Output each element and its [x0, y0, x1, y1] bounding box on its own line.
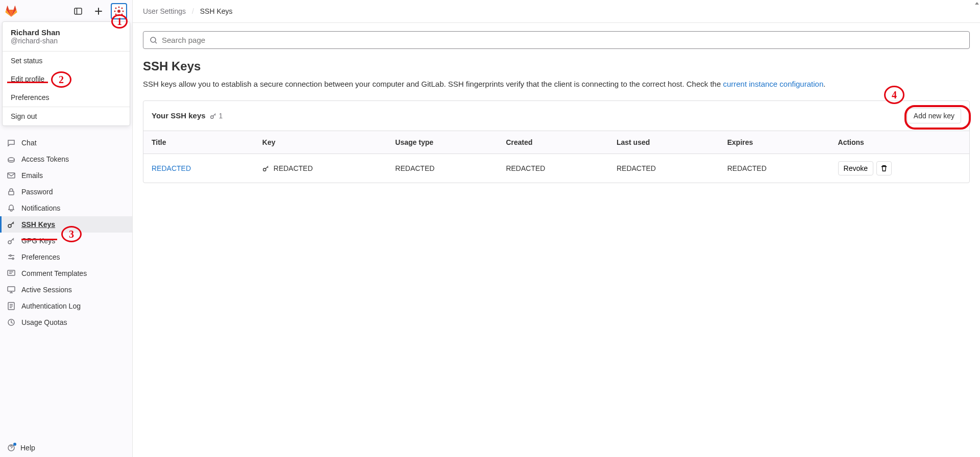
svg-point-11 — [122, 11, 124, 12]
svg-point-18 — [12, 258, 14, 260]
user-avatar-button[interactable] — [111, 3, 127, 19]
page-description: SSH keys allow you to establish a secure… — [143, 79, 970, 90]
sidebar-item-comment-templates[interactable]: Comment Templates — [0, 265, 132, 282]
sidebar-item-password[interactable]: Password — [0, 184, 132, 200]
key-title-link[interactable]: REDACTED — [152, 164, 191, 172]
svg-point-5 — [121, 8, 123, 9]
delete-button[interactable] — [876, 161, 892, 175]
created-value: REDACTED — [498, 154, 608, 183]
key-icon — [262, 165, 270, 172]
trash-icon — [880, 165, 888, 172]
svg-rect-13 — [8, 173, 15, 178]
dropdown-set-status[interactable]: Set status — [3, 52, 130, 70]
col-title: Title — [143, 131, 254, 154]
breadcrumb: User Settings / SSH Keys — [133, 0, 980, 23]
sidebar-item-notifications[interactable]: Notifications — [0, 200, 132, 216]
panel-header: Your SSH keys 1 Add new key — [143, 101, 969, 131]
breadcrumb-parent[interactable]: User Settings — [143, 7, 186, 15]
gitlab-logo[interactable] — [5, 5, 17, 17]
sidebar-item-usage-quotas[interactable]: Usage Quotas — [0, 314, 132, 331]
panel-count: 1 — [210, 112, 223, 120]
svg-rect-0 — [75, 8, 82, 14]
add-new-key-button[interactable]: Add new key — [907, 108, 961, 123]
help-icon — [7, 444, 15, 452]
col-last-used: Last used — [608, 131, 719, 154]
expires-value: REDACTED — [719, 154, 830, 183]
breadcrumb-separator: / — [192, 7, 194, 15]
search-input[interactable] — [162, 36, 963, 44]
search-box[interactable] — [143, 31, 970, 49]
col-created: Created — [498, 131, 608, 154]
svg-point-9 — [118, 15, 120, 16]
sidebar-item-label: Notifications — [21, 204, 60, 212]
comment-icon — [7, 269, 15, 277]
scroll-up-indicator[interactable] — [974, 0, 980, 6]
sidebar-item-label: Preferences — [21, 253, 60, 261]
quota-icon — [7, 318, 15, 326]
svg-rect-19 — [8, 270, 15, 275]
sliders-icon — [7, 253, 15, 261]
key-icon — [7, 237, 15, 245]
table-row: REDACTED REDACTED REDACTED REDACTED REDA… — [143, 154, 969, 183]
key-icon — [210, 112, 217, 119]
sidebar-item-label: SSH Keys — [21, 220, 55, 229]
sidebar-item-label: Authentication Log — [21, 302, 81, 310]
user-dropdown: Richard Shan @richard-shan Set status Ed… — [2, 21, 130, 126]
help-label: Help — [20, 444, 35, 452]
sidebar: Richard Shan @richard-shan Set status Ed… — [0, 0, 133, 457]
sidebar-item-chat[interactable]: Chat — [0, 135, 132, 151]
ssh-keys-panel: Your SSH keys 1 Add new key Title Key Us… — [143, 100, 970, 183]
sidebar-item-active-sessions[interactable]: Active Sessions — [0, 282, 132, 298]
col-usage: Usage type — [387, 131, 498, 154]
svg-point-6 — [115, 14, 117, 15]
monitor-icon — [7, 286, 15, 294]
user-name: Richard Shan — [11, 28, 121, 37]
lock-icon — [7, 188, 15, 196]
col-actions: Actions — [830, 131, 969, 154]
dropdown-sign-out[interactable]: Sign out — [3, 107, 130, 125]
sidebar-item-label: Access Tokens — [21, 155, 69, 163]
breadcrumb-current: SSH Keys — [200, 7, 233, 15]
svg-rect-14 — [9, 191, 14, 195]
svg-point-4 — [115, 8, 117, 9]
page-title: SSH Keys — [143, 59, 970, 73]
sidebar-item-gpg-keys[interactable]: GPG Keys — [0, 233, 132, 249]
sidebar-item-label: Comment Templates — [21, 269, 87, 277]
sidebar-header — [0, 0, 132, 22]
panel-title: Your SSH keys — [152, 111, 206, 120]
log-icon — [7, 302, 15, 310]
mail-icon — [7, 171, 15, 180]
revoke-button[interactable]: Revoke — [838, 161, 873, 175]
sidebar-item-access-tokens[interactable]: Access Tokens — [0, 151, 132, 167]
svg-point-17 — [10, 255, 11, 257]
user-handle: @richard-shan — [11, 37, 121, 45]
sidebar-item-auth-log[interactable]: Authentication Log — [0, 298, 132, 314]
last-used-value: REDACTED — [608, 154, 719, 183]
svg-point-10 — [114, 11, 116, 12]
dropdown-edit-profile[interactable]: Edit profile — [3, 70, 130, 88]
search-icon — [150, 36, 158, 44]
config-link[interactable]: current instance configuration — [723, 80, 823, 88]
usage-value: REDACTED — [387, 154, 498, 183]
svg-rect-20 — [8, 287, 15, 291]
sidebar-item-preferences[interactable]: Preferences — [0, 249, 132, 265]
token-icon — [7, 155, 15, 163]
sidebar-item-label: Emails — [21, 171, 43, 180]
plus-icon[interactable] — [90, 3, 107, 19]
sidebar-item-label: Password — [21, 188, 53, 196]
sidebar-help[interactable]: Help — [0, 439, 132, 457]
sidebar-item-label: Chat — [21, 139, 37, 147]
svg-point-12 — [8, 158, 14, 161]
dropdown-preferences[interactable]: Preferences — [3, 88, 130, 107]
sidebar-item-emails[interactable]: Emails — [0, 167, 132, 184]
svg-point-24 — [151, 37, 156, 42]
sidebar-toggle-icon[interactable] — [70, 3, 86, 19]
sidebar-item-label: Active Sessions — [21, 286, 72, 294]
bell-icon — [7, 204, 15, 212]
col-expires: Expires — [719, 131, 830, 154]
key-value: REDACTED — [274, 164, 313, 172]
svg-point-7 — [121, 14, 123, 15]
sidebar-item-ssh-keys[interactable]: SSH Keys — [0, 216, 132, 233]
dropdown-user-info: Richard Shan @richard-shan — [3, 22, 130, 52]
key-icon — [7, 220, 15, 229]
